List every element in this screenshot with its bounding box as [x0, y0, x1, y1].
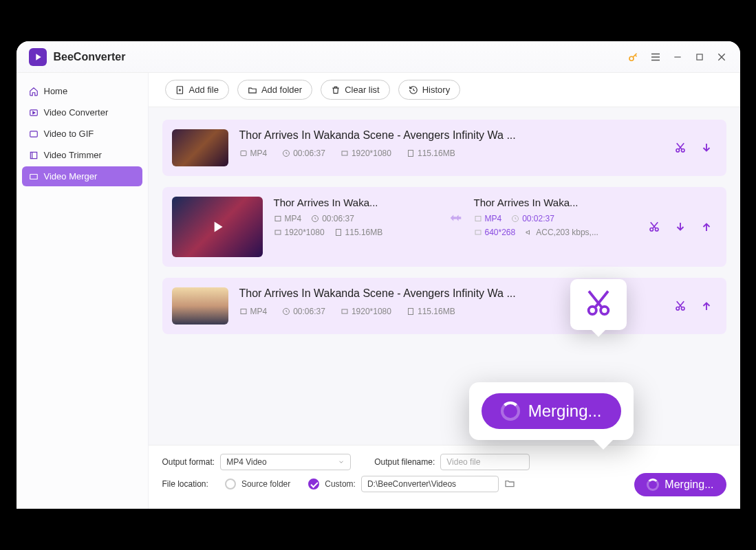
- dst-resolution[interactable]: 640*268: [474, 228, 516, 237]
- output-format-select[interactable]: MP4 Video: [220, 454, 351, 470]
- spinner-icon: [501, 402, 520, 421]
- svg-marker-10: [32, 111, 34, 114]
- file-duration: 00:06:37: [282, 307, 325, 316]
- svg-rect-20: [342, 151, 347, 155]
- video-thumbnail: [172, 129, 228, 166]
- svg-point-41: [601, 307, 608, 314]
- output-filename-label: Output filename:: [374, 457, 435, 467]
- src-resolution: 1920*1080: [274, 228, 325, 237]
- file-format: MP4: [239, 307, 268, 316]
- file-duration: 00:06:37: [282, 148, 325, 158]
- svg-rect-18: [241, 151, 246, 156]
- key-icon[interactable]: [627, 50, 640, 64]
- custom-path-input[interactable]: D:\BeeConverter\Videos: [361, 476, 499, 492]
- output-footer: Output format: MP4 Video Output filename…: [149, 445, 740, 509]
- sidebar-item-label: Video Converter: [44, 107, 109, 118]
- main-panel: Add file Add folder Clear list History: [149, 73, 740, 509]
- dst-format[interactable]: MP4: [474, 214, 502, 223]
- svg-rect-34: [241, 309, 246, 314]
- file-resolution: 1920*1080: [341, 148, 391, 158]
- source-folder-label: Source folder: [241, 479, 290, 489]
- file-format: MP4: [239, 148, 268, 158]
- sidebar-item-video-to-gif[interactable]: Video to GIF: [22, 124, 142, 144]
- svg-rect-29: [475, 217, 481, 221]
- file-size: 115.16MB: [407, 307, 455, 316]
- file-location-label: File location:: [162, 479, 208, 489]
- add-file-button[interactable]: Add file: [165, 80, 229, 100]
- sidebar-item-label: Video Merger: [44, 171, 98, 182]
- move-up-icon[interactable]: [700, 300, 713, 312]
- transform-arrow-icon: [448, 210, 463, 228]
- svg-rect-12: [30, 152, 36, 158]
- cut-icon[interactable]: [674, 142, 687, 154]
- file-resolution: 1920*1080: [341, 307, 391, 316]
- sidebar-item-label: Video to GIF: [44, 129, 94, 139]
- custom-label: Custom:: [325, 479, 356, 489]
- move-up-icon[interactable]: [700, 221, 713, 233]
- file-row-expanded[interactable]: Thor Arrives In Waka... MP4 00:06:37 192…: [162, 187, 726, 267]
- merge-tooltip: Merging...: [469, 382, 634, 440]
- add-folder-button[interactable]: Add folder: [237, 80, 312, 100]
- sidebar-item-video-converter[interactable]: Video Converter: [22, 102, 142, 122]
- dst-audio: ACC,203 kbps,...: [525, 228, 598, 237]
- src-size: 115.16MB: [334, 228, 383, 237]
- video-thumbnail: [172, 287, 228, 324]
- sidebar-item-home[interactable]: Home: [22, 81, 142, 101]
- src-format: MP4: [274, 214, 302, 223]
- file-title: Thor Arrives In Wakanda Scene - Avengers…: [239, 129, 663, 142]
- file-row[interactable]: Thor Arrives In Wakanda Scene - Avengers…: [162, 278, 726, 334]
- cut-tooltip: [570, 279, 627, 330]
- file-list: Thor Arrives In Wakanda Scene - Avengers…: [149, 107, 740, 445]
- svg-rect-27: [275, 230, 281, 234]
- svg-marker-24: [214, 221, 222, 232]
- file-title-source: Thor Arrives In Waka...: [274, 197, 437, 208]
- sidebar-item-label: Home: [44, 86, 68, 96]
- titlebar: BeeConverter: [17, 41, 740, 73]
- file-title-dest: Thor Arrives In Waka...: [474, 197, 637, 208]
- move-down-icon[interactable]: [700, 142, 713, 154]
- svg-rect-36: [342, 309, 347, 314]
- toolbar: Add file Add folder Clear list History: [149, 73, 740, 107]
- window-controls: [627, 50, 728, 64]
- app-window: BeeConverter Home: [17, 41, 740, 509]
- maximize-button[interactable]: [693, 52, 706, 62]
- clear-list-button[interactable]: Clear list: [321, 80, 390, 100]
- sidebar: Home Video Converter Video to GIF Video …: [17, 73, 149, 509]
- merge-button[interactable]: Merging...: [634, 473, 726, 496]
- dst-duration[interactable]: 00:02:37: [511, 214, 554, 223]
- app-logo-icon: [29, 48, 47, 66]
- source-folder-radio[interactable]: [225, 478, 236, 490]
- video-thumbnail[interactable]: [172, 197, 263, 257]
- file-row[interactable]: Thor Arrives In Wakanda Scene - Avengers…: [162, 120, 726, 176]
- svg-rect-25: [275, 217, 281, 221]
- move-down-icon[interactable]: [674, 221, 687, 233]
- custom-folder-radio[interactable]: [308, 478, 319, 490]
- sidebar-item-video-trimmer[interactable]: Video Trimmer: [22, 145, 142, 165]
- spinner-icon: [647, 478, 659, 491]
- svg-rect-37: [408, 309, 413, 315]
- cut-icon[interactable]: [674, 300, 687, 312]
- svg-rect-6: [696, 54, 702, 59]
- output-filename-input[interactable]: Video file: [440, 454, 530, 470]
- history-button[interactable]: History: [398, 80, 460, 100]
- svg-marker-0: [36, 54, 41, 60]
- file-size: 115.16MB: [407, 148, 455, 158]
- output-format-label: Output format:: [162, 457, 215, 467]
- svg-point-1: [629, 56, 634, 60]
- svg-rect-28: [336, 230, 341, 236]
- src-duration: 00:06:37: [311, 214, 354, 223]
- close-button[interactable]: [715, 52, 728, 63]
- svg-rect-11: [30, 131, 37, 136]
- svg-point-40: [588, 307, 596, 314]
- menu-icon[interactable]: [649, 51, 662, 63]
- cut-icon[interactable]: [648, 221, 660, 233]
- svg-rect-21: [408, 151, 413, 157]
- sidebar-item-video-merger[interactable]: Video Merger: [22, 166, 142, 186]
- minimize-button[interactable]: [671, 52, 684, 62]
- sidebar-item-label: Video Trimmer: [44, 150, 102, 160]
- browse-folder-icon[interactable]: [504, 478, 515, 491]
- app-title: BeeConverter: [54, 51, 126, 63]
- svg-rect-31: [475, 230, 481, 234]
- svg-rect-14: [30, 174, 37, 179]
